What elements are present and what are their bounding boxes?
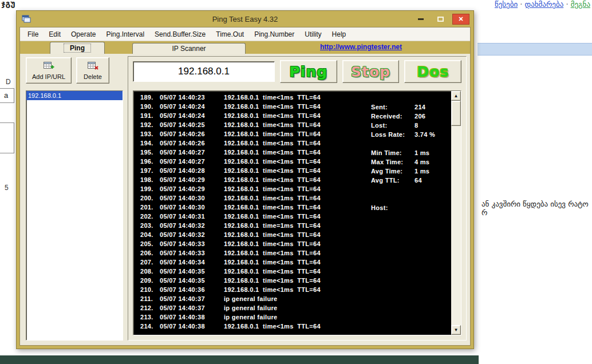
console-line: 209.05/07 14:40:35192.168.0.1 time<1ms T… <box>140 277 321 286</box>
background-link[interactable]: წესები <box>495 0 518 9</box>
background-label-fragment-2: 5 <box>5 184 9 192</box>
background-input-fragment[interactable]: a <box>0 88 14 103</box>
stat-avg-time: Avg Time:1 ms <box>371 168 435 177</box>
main-content: Add IP/URL <box>20 54 470 345</box>
console-line: 207.05/07 14:40:34192.168.0.1 time<1ms T… <box>140 259 321 268</box>
ip-list-item[interactable]: 192.168.0.1 <box>26 91 123 100</box>
maximize-icon <box>437 17 444 22</box>
console-line: 191.05/07 14:40:24192.168.0.1 time<1ms T… <box>140 112 321 121</box>
maximize-button[interactable] <box>433 14 448 24</box>
background-topleft-text: ჯგუ <box>1 0 15 8</box>
background-top-links: წესები · დახმარება · მეგნა <box>495 0 590 9</box>
console-line: 198.05/07 14:40:29192.168.0.1 time<1ms T… <box>140 176 321 185</box>
ping-controls-row: Ping Stop Dos <box>133 60 461 83</box>
ping-test-easy-window: Ping Test Easy 4.32 ✕ FileEditOperatePin… <box>16 10 474 349</box>
minimize-icon <box>418 18 424 20</box>
console-line: 213.05/07 14:40:38ip general failure <box>140 314 321 323</box>
tab-ip-scanner[interactable]: IP Scanner <box>132 43 246 54</box>
console-line: 214.05/07 14:40:38192.168.0.1 time<1ms T… <box>140 323 321 332</box>
console-line: 204.05/07 14:40:32192.168.0.1 time<1ms T… <box>140 231 321 240</box>
window-controls: ✕ <box>413 14 469 25</box>
console-line: 192.05/07 14:40:25192.168.0.1 time<1ms T… <box>140 121 321 130</box>
background-bottom-strip <box>0 355 479 364</box>
console-line: 193.05/07 14:40:26192.168.0.1 time<1ms T… <box>140 130 321 140</box>
titlebar[interactable]: Ping Test Easy 4.32 ✕ <box>19 11 471 27</box>
target-ip-input[interactable] <box>133 61 275 82</box>
stop-button[interactable]: Stop <box>342 60 400 83</box>
scrollbar-thumb[interactable] <box>451 101 461 126</box>
dos-button[interactable]: Dos <box>404 60 461 83</box>
console-line: 195.05/07 14:40:27192.168.0.1 time<1ms T… <box>140 149 321 158</box>
delete-button[interactable]: Delete <box>76 57 109 84</box>
tab-strip: Ping IP Scanner http://www.pingtester.ne… <box>20 41 470 54</box>
console-line: 196.05/07 14:40:27192.168.0.1 time<1ms T… <box>140 158 321 167</box>
background-textbox-fragment[interactable] <box>0 122 14 153</box>
add-ip-url-label: Add IP/URL <box>32 73 65 80</box>
stat-received: Received:206 <box>371 113 435 122</box>
scroll-down-icon: ▼ <box>454 327 459 333</box>
background-side-text: ან კავშირი წყდება ისევ რატო რ <box>482 200 592 217</box>
link-separator: · <box>518 0 524 9</box>
console-line: 203.05/07 14:40:32192.168.0.1 time=1ms T… <box>140 222 321 231</box>
stat-lost: Lost:8 <box>371 122 435 131</box>
tab-ping-label: Ping <box>64 44 90 52</box>
menu-time-out[interactable]: Time.Out <box>211 30 249 38</box>
scroll-down-button[interactable]: ▼ <box>451 325 461 335</box>
window-body: FileEditOperatePing.IntervalSend.Buffer.… <box>19 27 471 346</box>
add-ip-icon <box>44 61 54 72</box>
stat-host: Host: <box>371 204 435 213</box>
menu-ping-interval[interactable]: Ping.Interval <box>101 30 149 38</box>
background-link[interactable]: მეგნა <box>571 0 590 9</box>
tab-ping[interactable]: Ping <box>50 42 105 54</box>
console-line: 211.05/07 14:40:37ip general failure <box>140 295 321 304</box>
stat-sent: Sent:214 <box>371 104 435 113</box>
scroll-up-button[interactable]: ▲ <box>451 91 461 101</box>
stat-loss-rate: Loss Rate:3.74 % <box>371 131 435 140</box>
tab-ip-scanner-label: IP Scanner <box>172 45 206 53</box>
ping-panel: Ping Stop Dos 189.05/07 14:40:23192.168.… <box>128 56 467 341</box>
console-line: 206.05/07 14:40:33192.168.0.1 time<1ms T… <box>140 250 321 259</box>
delete-label: Delete <box>84 73 102 80</box>
minimize-button[interactable] <box>413 14 428 24</box>
menu-send-buffer-size[interactable]: Send.Buffer.Size <box>149 30 211 38</box>
list-toolbar: Add IP/URL <box>26 57 123 84</box>
add-ip-url-button[interactable]: Add IP/URL <box>26 57 72 84</box>
console-scrollbar[interactable]: ▲ ▼ <box>451 91 461 335</box>
stat-min-time: Min Time:1 ms <box>371 149 435 159</box>
console-line: 200.05/07 14:40:30192.168.0.1 time<1ms T… <box>140 195 321 204</box>
page: { "page_background": { "top_left_fragmen… <box>0 0 592 364</box>
stat-avg-ttl: Avg TTL:64 <box>371 177 435 186</box>
delete-icon <box>88 61 98 72</box>
close-button[interactable]: ✕ <box>452 14 469 25</box>
console-line: 190.05/07 14:40:24192.168.0.1 time<1ms T… <box>140 103 321 112</box>
background-link[interactable]: დახმარება <box>525 0 564 9</box>
console-line: 189.05/07 14:40:23192.168.0.1 time<1ms T… <box>140 94 321 103</box>
console-line: 197.05/07 14:40:28192.168.0.1 time<1ms T… <box>140 167 321 176</box>
menu-operate[interactable]: Operate <box>66 30 101 38</box>
menu-utility[interactable]: Utility <box>299 30 326 38</box>
menu-edit[interactable]: Edit <box>44 30 66 38</box>
ip-listbox[interactable]: 192.168.0.1 <box>26 90 123 341</box>
ping-console: 189.05/07 14:40:23192.168.0.1 time<1ms T… <box>133 90 461 335</box>
background-label-fragment: D <box>6 78 11 86</box>
console-output: 189.05/07 14:40:23192.168.0.1 time<1ms T… <box>140 94 321 332</box>
ping-button[interactable]: Ping <box>280 60 337 83</box>
menu-file[interactable]: File <box>22 30 44 38</box>
menu-help[interactable]: Help <box>327 30 352 38</box>
link-separator: · <box>563 0 570 9</box>
close-icon: ✕ <box>458 15 463 23</box>
background-blue-band <box>477 43 592 56</box>
console-line: 199.05/07 14:40:29192.168.0.1 time<1ms T… <box>140 185 321 195</box>
ip-list-panel: Add IP/URL <box>26 56 123 341</box>
website-link[interactable]: http://www.pingtester.net <box>320 43 402 51</box>
stat-max-time: Max Time:4 ms <box>371 159 435 168</box>
ping-statistics: Sent:214Received:206Lost:8Loss Rate:3.74… <box>371 104 435 213</box>
scroll-up-icon: ▲ <box>454 93 459 98</box>
console-line: 205.05/07 14:40:33192.168.0.1 time<1ms T… <box>140 240 321 250</box>
menu-ping-number[interactable]: Ping.Number <box>249 30 299 38</box>
window-title: Ping Test Easy 4.32 <box>19 15 471 23</box>
console-line: 208.05/07 14:40:35192.168.0.1 time<1ms T… <box>140 268 321 277</box>
console-line: 202.05/07 14:40:31192.168.0.1 time<1ms T… <box>140 213 321 222</box>
console-line: 212.05/07 14:40:37ip general failure <box>140 304 321 314</box>
console-line: 201.05/07 14:40:30192.168.0.1 time<1ms T… <box>140 204 321 213</box>
